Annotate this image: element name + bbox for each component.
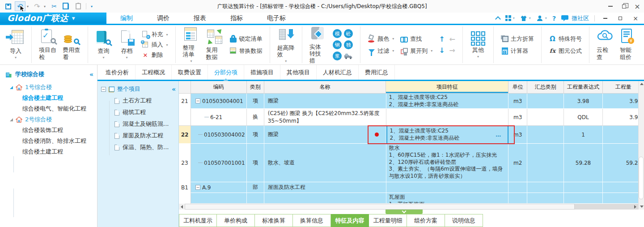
row-number[interactable]	[179, 109, 191, 126]
row-number[interactable]	[179, 193, 191, 204]
sidebar-node-building2[interactable]: 2号综合楼	[0, 114, 97, 125]
tree-item-roofing[interactable]: 屋面及防水工程	[97, 130, 178, 141]
tree-item-concrete[interactable]: 混凝土及钢筋混...	[97, 118, 178, 130]
row-number[interactable]: 23	[179, 144, 191, 182]
feature-cell[interactable]	[386, 109, 509, 126]
minimize-icon-small[interactable]	[600, 14, 610, 23]
sidebar-collapse-icon[interactable]: «	[89, 71, 93, 78]
name-cell[interactable]: 圈梁	[264, 126, 386, 144]
tab-description-info[interactable]: 说明信息	[445, 214, 483, 227]
unit-cell[interactable]: m3	[508, 126, 527, 144]
tab-labor-material-summary[interactable]: 人材机汇总	[317, 65, 359, 80]
restore-icon[interactable]	[617, 0, 631, 12]
sidebar-item-civil-work-2[interactable]: 综合楼土建工程	[0, 146, 97, 157]
tab-pricing-scheme[interactable]: 组价方案	[407, 214, 445, 227]
expression-cell[interactable]	[564, 182, 602, 193]
panel-collapse-handle[interactable]	[386, 210, 423, 214]
community-bubble-icon[interactable]	[561, 15, 569, 21]
row-number[interactable]: 21	[179, 94, 191, 109]
type-cell[interactable]	[247, 193, 264, 204]
customize-toolbar-icon[interactable]: ▾	[91, 4, 94, 9]
close-icon-small[interactable]: ×	[631, 14, 640, 23]
overheight-reduction-button[interactable]: 超高降效▾	[274, 25, 298, 65]
element-formula-button[interactable]: fx图元公式	[549, 47, 582, 55]
collapse-box-icon[interactable]	[101, 87, 106, 92]
user-account-icon[interactable]	[536, 15, 543, 21]
filter-button[interactable]: 过滤▾	[368, 47, 394, 55]
expression-cell[interactable]: 1	[564, 126, 602, 144]
code-cell[interactable]: 6-21	[191, 109, 247, 126]
col-type[interactable]: 类别	[247, 81, 264, 94]
code-cell[interactable]: A.9	[191, 182, 247, 193]
col-summary-type[interactable]: 汇总类别	[527, 81, 564, 94]
table-row[interactable]: 21 010503004001 项 圈梁 1、混凝土强度等级:C25 2、混凝土…	[179, 94, 644, 109]
replace-data-button[interactable]: 替换数据	[229, 47, 263, 55]
skin-shirt-icon[interactable]	[520, 15, 527, 21]
ribbon-tab-compile[interactable]: 编制	[108, 13, 145, 24]
table-row-selected[interactable]: 22 010503004002 项 圈梁 1、混凝土强度等级:C25 2、混凝土…	[179, 126, 644, 144]
code-cell[interactable]: 010503004001	[191, 94, 247, 109]
unit-cell[interactable]	[508, 193, 527, 204]
redo-icon[interactable]: ↷	[32, 1, 42, 11]
table-row[interactable]: 瓦屋面 1、英红瓦饰面	[179, 193, 644, 204]
smart-pricing-button[interactable]: ¥ 智能组价	[617, 27, 640, 62]
supplement-button[interactable]: +补充▾	[142, 30, 168, 39]
paste-icon[interactable]	[73, 1, 84, 11]
special-symbol-button[interactable]: Ω特殊符号	[549, 35, 582, 43]
minimize-icon[interactable]	[604, 0, 617, 12]
unit-cell[interactable]: m2	[508, 144, 527, 182]
expand-to-button[interactable]: 展开到▾	[400, 47, 432, 55]
feature-cell[interactable]	[386, 182, 509, 193]
tree-panel-collapse-icon[interactable]: «	[172, 86, 176, 93]
horizontal-scroll-thumb[interactable]	[185, 204, 575, 210]
scroll-right-icon[interactable]	[632, 204, 638, 210]
sidebar-item-fire-plumbing[interactable]: 综合楼消防、给排水工程	[0, 136, 97, 146]
summary-cell[interactable]	[527, 144, 564, 182]
unit-cell[interactable]: m3	[508, 94, 527, 109]
summary-cell[interactable]	[527, 193, 564, 204]
summary-cell[interactable]	[527, 109, 564, 126]
copy-icon[interactable]	[61, 1, 72, 11]
table-row[interactable]: 6-21 换 (C25砼) 圈梁 换为【C25砼20mm32.5坍落度35~50…	[179, 109, 644, 126]
expression-cell[interactable]: QDL	[564, 109, 602, 126]
cloud-check-button[interactable]: 云检查	[593, 27, 617, 62]
move-right-icon[interactable]: →	[449, 47, 455, 54]
summary-cell[interactable]	[527, 182, 564, 193]
feature-cell[interactable]: 瓦屋面 1、英红瓦饰面	[386, 193, 509, 204]
col-qty-expression[interactable]: 工程量表达式	[564, 81, 602, 94]
find-button[interactable]: 查找	[400, 35, 432, 43]
expand-icon[interactable]	[10, 86, 13, 89]
tab-labor-material-display[interactable]: 工料机显示	[179, 214, 217, 227]
name-cell[interactable]: 屋面及防水工程	[264, 182, 386, 193]
color-button[interactable]: 颜色▾	[368, 35, 394, 43]
col-unit[interactable]: 单位	[508, 81, 527, 94]
glodon-logo[interactable]: Glodon广联达 ▼	[0, 13, 106, 24]
close-icon[interactable]: ×	[631, 0, 644, 12]
tree-root-whole-project[interactable]: 整个项目 «	[97, 81, 178, 95]
type-cell[interactable]: 项	[247, 144, 264, 182]
ribbon-tab-report[interactable]: 报表	[182, 13, 218, 24]
tree-item-masonry[interactable]: 砌筑工程	[97, 107, 178, 118]
type-cell[interactable]: 项	[247, 94, 264, 109]
lock-list-button[interactable]: 锁定清单	[229, 35, 263, 43]
expression-cell[interactable]: 59.28	[564, 144, 602, 182]
move-down-icon[interactable]: ↓	[439, 47, 445, 54]
summary-cell[interactable]	[527, 94, 564, 109]
ribbon-tab-adjust-price[interactable]: 调价	[145, 13, 182, 24]
col-code[interactable]: 编码	[191, 81, 247, 94]
horizontal-scrollbar[interactable]	[179, 204, 638, 210]
tab-other-items[interactable]: 其他项目	[280, 65, 317, 80]
collapse-ribbon-icon[interactable]	[495, 16, 501, 22]
type-cell[interactable]: 换	[247, 109, 264, 126]
redo-dropdown-icon[interactable]: ▾	[44, 4, 47, 9]
ribbon-tab-ebid[interactable]: 电子标	[255, 13, 298, 24]
tab-measure-items[interactable]: 措施项目	[244, 65, 280, 80]
ribbon-tab-indicator[interactable]: 指标	[218, 13, 255, 24]
collapse-row-icon[interactable]	[195, 185, 200, 190]
col-features[interactable]: 项目特征	[386, 81, 508, 94]
badge-concrete[interactable]: 砼	[344, 29, 353, 38]
delete-button[interactable]: ✕删除	[142, 51, 168, 59]
type-cell[interactable]: 项	[247, 126, 264, 144]
more-features-button[interactable]: …	[496, 132, 501, 138]
apps-dropdown-icon[interactable]: ▾	[513, 16, 515, 20]
